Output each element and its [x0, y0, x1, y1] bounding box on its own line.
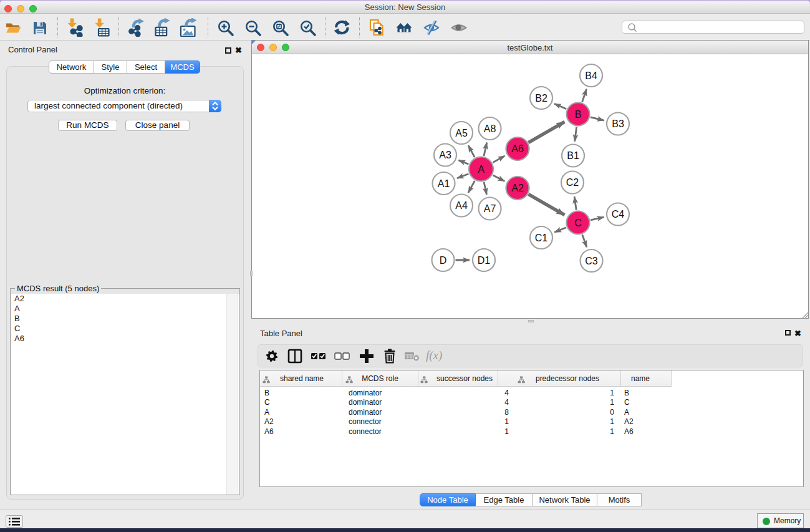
svg-text:D: D	[440, 255, 447, 266]
svg-text:A7: A7	[484, 203, 496, 214]
svg-text:C2: C2	[566, 177, 579, 188]
svg-text:C1: C1	[535, 233, 548, 243]
svg-text:A1: A1	[438, 178, 450, 189]
svg-text:B4: B4	[585, 70, 597, 81]
svg-text:A5: A5	[455, 128, 468, 138]
svg-text:A3: A3	[439, 150, 451, 160]
svg-text:A: A	[478, 164, 485, 175]
svg-text:A8: A8	[484, 123, 496, 134]
svg-text:C: C	[574, 218, 582, 228]
svg-text:A6: A6	[511, 143, 524, 154]
svg-text:B1: B1	[567, 150, 579, 161]
svg-text:B2: B2	[535, 93, 547, 104]
svg-text:B: B	[575, 109, 582, 120]
svg-text:C3: C3	[585, 256, 598, 266]
svg-text:A2: A2	[511, 183, 524, 193]
svg-text:A4: A4	[455, 200, 468, 211]
svg-text:D1: D1	[478, 255, 491, 266]
svg-text:C4: C4	[612, 209, 625, 220]
svg-text:B3: B3	[612, 118, 624, 129]
